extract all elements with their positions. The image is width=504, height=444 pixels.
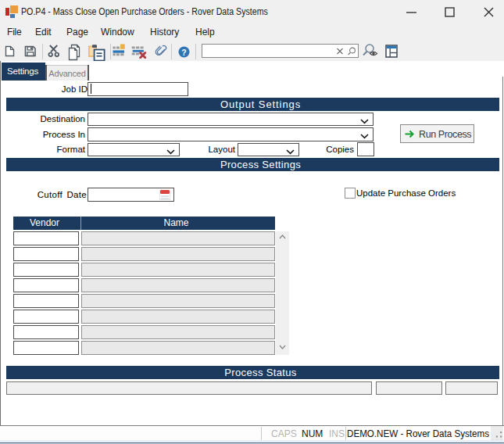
svg-text:?: ?: [181, 48, 186, 57]
